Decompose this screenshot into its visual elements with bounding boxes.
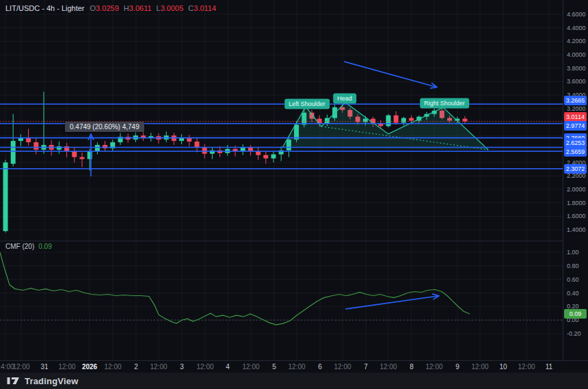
- price-tick-label: 4.0000: [567, 51, 586, 58]
- time-tick-label: 12:00: [150, 363, 167, 371]
- candle: [34, 142, 38, 150]
- time-tick-label: 6: [318, 363, 322, 371]
- price-tick-label: 1.6000: [567, 213, 586, 219]
- tradingview-chart-window: LIT/USDC - 4h - Lighter O3.0259H3.0611L3…: [0, 0, 588, 389]
- cmf-tick-label: -0.20: [567, 330, 581, 337]
- time-tick-label: 12:00: [379, 363, 397, 371]
- ohlc-pair: C3.0114: [188, 4, 216, 12]
- time-tick-label: 5: [272, 363, 276, 371]
- time-tick-label: 7: [364, 363, 368, 371]
- time-tick-label: 2: [134, 363, 138, 371]
- price-tag[interactable]: 2.9774: [564, 121, 587, 131]
- price-tick-label: 1.8000: [567, 200, 586, 206]
- candle: [72, 152, 77, 157]
- price-tick-label: 1.4000: [567, 226, 586, 233]
- candle: [95, 145, 100, 152]
- candle: [3, 163, 8, 231]
- price-tag[interactable]: 2.6253: [564, 138, 587, 148]
- tradingview-brand[interactable]: TradingView: [25, 376, 79, 386]
- right-shoulder-label[interactable]: Right Shoulder: [420, 98, 469, 109]
- downtrend-arrow[interactable]: [344, 62, 436, 87]
- price-tick-label: 4.6000: [567, 11, 586, 18]
- cmf-tick-label: 0.40: [567, 290, 579, 297]
- pane-separator[interactable]: [0, 241, 588, 241]
- price-tag[interactable]: 2.5659: [564, 147, 587, 157]
- chart-canvas[interactable]: [0, 0, 563, 360]
- tradingview-logo-icon[interactable]: [7, 376, 20, 386]
- ohlc-pair: L3.0005: [157, 4, 184, 12]
- time-tick-label: 12:00: [242, 363, 259, 371]
- price-tick-label: 3.8000: [567, 65, 586, 72]
- candle: [401, 118, 406, 123]
- time-tick-label: 8: [410, 363, 414, 371]
- time-tick-label: 12:00: [12, 363, 29, 371]
- cmf-line: [0, 252, 470, 325]
- time-tick-label: 14:00: [0, 363, 14, 371]
- price-axis[interactable]: 4.60004.40004.20004.00003.80003.60003.40…: [563, 0, 588, 373]
- price-range-measure-label[interactable]: 0.4749 (20.60%) 4,749: [65, 122, 144, 132]
- bottom-bar: TradingView: [0, 373, 588, 389]
- time-tick-label: 3: [180, 363, 184, 371]
- symbol-legend: LIT/USDC - 4h - Lighter O3.0259H3.0611L3…: [5, 4, 221, 12]
- indicator-legend: CMF (20) 0.09: [5, 243, 52, 250]
- time-tick-label: 12:00: [471, 363, 488, 371]
- candle: [11, 141, 16, 163]
- time-tick-label: 12:00: [425, 363, 442, 371]
- time-tick-label: 12:00: [288, 363, 305, 371]
- ohlc-pair: H3.0611: [124, 4, 152, 12]
- price-tag[interactable]: 3.0114: [564, 112, 587, 122]
- candle: [386, 116, 391, 126]
- price-tick-label: 3.6000: [567, 78, 586, 85]
- price-tag[interactable]: 3.2665: [564, 96, 587, 105]
- candle: [409, 118, 414, 121]
- ohlc-pair: O3.0259: [90, 4, 119, 12]
- time-tick-label: 12:00: [334, 363, 351, 371]
- time-tick-label: 12:00: [196, 363, 213, 371]
- cmf-tick-label: 0.60: [567, 276, 579, 283]
- price-tag[interactable]: 0.09: [564, 309, 587, 319]
- time-tick-label: 11: [546, 363, 552, 371]
- candle: [80, 157, 85, 159]
- price-tick-label: 4.2000: [567, 38, 586, 44]
- price-tag[interactable]: 2.3072: [564, 164, 587, 174]
- time-tick-label: 12:00: [518, 363, 535, 371]
- cmf-uptrend-arrow[interactable]: [345, 296, 438, 309]
- time-tick-label: 2026: [82, 363, 97, 371]
- candle: [202, 148, 207, 154]
- price-tick-label: 4.4000: [567, 25, 586, 31]
- cmf-tick-label: 1.00: [567, 249, 579, 256]
- indicator-value: 0.09: [38, 243, 51, 250]
- time-axis[interactable]: 14:0012:003112:00202612:00212:00312:0041…: [0, 360, 588, 373]
- time-tick-label: 31: [40, 363, 48, 371]
- candle: [248, 148, 253, 151]
- candle: [271, 155, 276, 159]
- candle: [195, 142, 200, 148]
- indicator-name[interactable]: CMF (20): [5, 243, 34, 250]
- left-shoulder-label[interactable]: Left Shoulder: [284, 99, 330, 109]
- head-label[interactable]: Head: [333, 94, 356, 104]
- time-tick-label: 12:00: [104, 363, 121, 371]
- time-tick-label: 4: [226, 363, 230, 371]
- price-tick-label: 2.0000: [567, 186, 586, 193]
- price-tick-label: 3.2000: [567, 105, 586, 112]
- symbol-title[interactable]: LIT/USDC - 4h - Lighter: [5, 4, 85, 12]
- time-tick-label: 10: [499, 363, 507, 371]
- time-tick-label: 12:00: [58, 363, 75, 371]
- cmf-tick-label: 0.80: [567, 263, 579, 269]
- time-tick-label: 9: [455, 363, 459, 371]
- candle: [263, 155, 268, 159]
- ohlc-values: O3.0259H3.0611L3.0005C3.0114: [90, 4, 222, 12]
